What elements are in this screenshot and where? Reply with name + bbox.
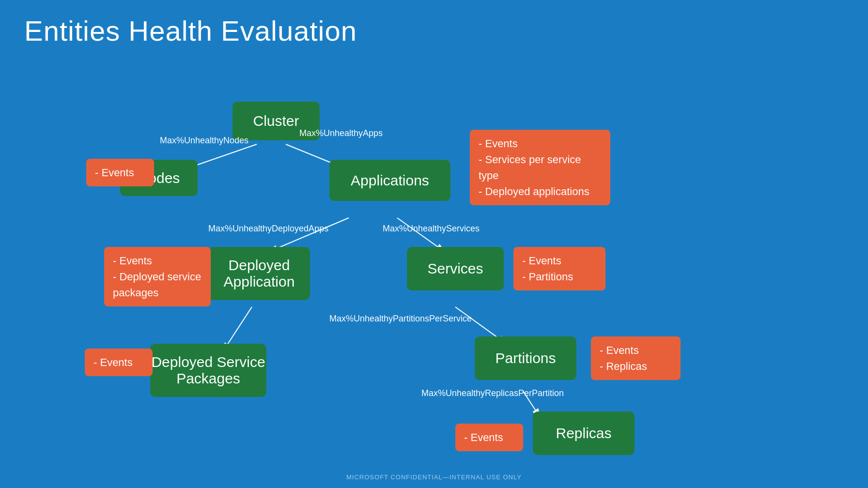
page-title: Entities Health Evaluation (24, 15, 357, 47)
services-node: Services (407, 247, 504, 290)
deployed-sp-info-box: Events (85, 349, 153, 376)
edge-label-unhealthy-services: Max%UnhealthyServices (383, 224, 480, 234)
edge-label-unhealthy-apps: Max%UnhealthyApps (299, 128, 383, 138)
replicas-info-box: Events (455, 424, 523, 451)
edge-label-unhealthy-deployed-apps: Max%UnhealthyDeployedApps (208, 224, 328, 234)
footer-text: MICROSOFT CONFIDENTIAL—INTERNAL USE ONLY (346, 473, 522, 481)
edge-label-unhealthy-replicas: Max%UnhealthyReplicasPerPartition (421, 388, 564, 398)
deployed-app-info-box: Events Deployed service packages (104, 247, 211, 306)
deployed-application-node: Deployed Application (208, 247, 310, 300)
edge-label-unhealthy-nodes: Max%UnhealthyNodes (160, 136, 248, 146)
partitions-node: Partitions (475, 336, 576, 380)
deployed-service-packages-node: Deployed Service Packages (150, 344, 266, 397)
partitions-info-box: Events Replicas (591, 336, 681, 380)
nodes-info-box: Events (86, 159, 154, 186)
services-info-box: Events Partitions (513, 247, 605, 290)
edge-label-unhealthy-partitions: Max%UnhealthyPartitionsPerService (329, 314, 472, 324)
applications-node: Applications (329, 160, 450, 201)
replicas-node: Replicas (533, 412, 635, 455)
applications-info-box: Events Services per service type Deploye… (470, 130, 610, 205)
